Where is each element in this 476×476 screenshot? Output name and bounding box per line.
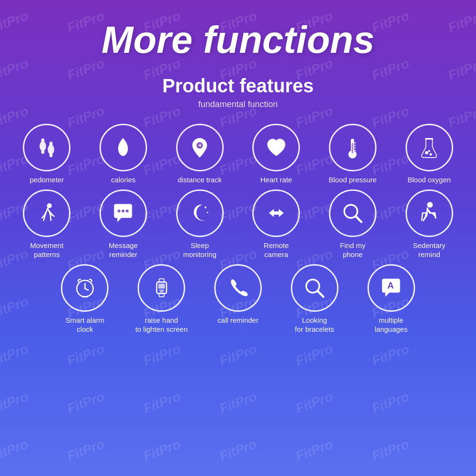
svg-point-18 [47, 203, 51, 208]
languages-icon: A [378, 275, 404, 301]
movement-patterns-item: Movementpatterns [10, 189, 84, 259]
svg-line-42 [85, 288, 88, 290]
smart-alarm-item: Smart alarmclock [48, 264, 122, 334]
movement-icon [34, 200, 60, 226]
remote-camera-label: Remotecamera [264, 241, 289, 259]
pedometer-label: pedometer [30, 175, 64, 185]
search-icon [301, 275, 327, 301]
alarm-icon-circle [61, 264, 109, 312]
call-reminder-label: call reminder [218, 316, 258, 325]
svg-point-3 [48, 144, 54, 154]
remote-camera-icon [263, 200, 289, 226]
sedentary-icon [416, 200, 442, 226]
multiple-languages-label: multiplelanguages [375, 316, 407, 334]
svg-rect-47 [158, 284, 165, 288]
blood-pressure-icon-circle [329, 124, 377, 171]
smart-alarm-label: Smart alarmclock [66, 316, 105, 334]
sleep-icon-circle: ✦ ✦ [176, 189, 224, 237]
call-icon [225, 275, 251, 301]
icons-row-3: Smart alarmclock raise handto lig [43, 264, 433, 334]
calories-icon [110, 135, 136, 161]
heart-rate-item: Heart rate [239, 124, 314, 185]
find-phone-icon-circle [329, 189, 377, 237]
raise-hand-icon-circle [138, 264, 185, 312]
blood-pressure-label: Blood pressure [329, 175, 377, 185]
sleep-icon: ✦ ✦ [187, 200, 213, 226]
pedometer-icon-circle [23, 124, 70, 171]
svg-point-25 [118, 209, 120, 212]
svg-point-26 [122, 209, 125, 212]
svg-text:✦: ✦ [204, 205, 208, 210]
blood-pressure-item: Blood pressure [316, 124, 390, 185]
subtitle: fundamental function [198, 99, 278, 109]
pedometer-item: pedometer [10, 124, 84, 185]
calories-label: calories [111, 175, 136, 185]
svg-point-4 [49, 141, 52, 146]
svg-point-15 [425, 151, 428, 154]
sedentary-remind-item: Sedentaryremind [392, 189, 466, 259]
heart-rate-label: Heart rate [260, 175, 292, 185]
call-reminder-item: call reminder [201, 264, 276, 334]
main-container: FitPro FitPro FitPro FitPro FitPro FitPr… [0, 0, 476, 476]
svg-line-19 [45, 208, 48, 215]
distance-track-label: distance track [178, 175, 222, 185]
blood-oxygen-icon-circle [406, 124, 453, 171]
blood-oxygen-label: Blood oxygen [407, 175, 451, 185]
find-phone-label: Find myphone [340, 241, 365, 259]
svg-point-5 [49, 153, 52, 157]
languages-icon-circle: A [367, 264, 415, 312]
movement-label: Movementpatterns [30, 241, 63, 259]
icons-row-1: pedometer calories [5, 124, 471, 185]
sedentary-icon-circle [406, 189, 453, 237]
pedometer-icon [34, 135, 60, 161]
svg-point-32 [427, 202, 433, 208]
svg-point-0 [40, 141, 46, 151]
svg-line-37 [435, 213, 436, 218]
remote-camera-icon-circle [252, 189, 300, 237]
multiple-languages-item: A multiplelanguages [354, 264, 428, 334]
search-icon-circle [291, 264, 338, 312]
message-icon-circle [99, 189, 147, 237]
raise-hand-icon [149, 275, 175, 301]
message-label: Messagereminder [109, 241, 138, 259]
calories-icon-circle [99, 124, 147, 171]
distance-track-icon-circle [176, 124, 224, 171]
svg-text:A: A [387, 280, 394, 290]
message-icon [110, 200, 136, 226]
icons-row-2: Movementpatterns Messagereminder [5, 189, 471, 259]
looking-bracelets-item: Lookingfor bracelets [277, 264, 352, 334]
product-features-title: Product features [162, 75, 314, 97]
movement-icon-circle [23, 189, 70, 237]
sleep-monitoring-item: ✦ ✦ Sleepmonitoring [162, 189, 237, 259]
distance-track-icon [187, 135, 213, 161]
message-reminder-item: Messagereminder [86, 189, 161, 259]
blood-oxygen-icon [416, 135, 442, 161]
svg-rect-9 [352, 143, 353, 153]
svg-line-39 [422, 213, 423, 220]
distance-track-item: distance track [162, 124, 237, 185]
alarm-icon [72, 275, 98, 301]
svg-rect-14 [425, 138, 433, 139]
hero-title: More functions [101, 19, 374, 61]
svg-point-27 [126, 209, 129, 212]
svg-point-16 [430, 153, 432, 155]
svg-line-24 [50, 214, 51, 220]
raise-hand-item: raise handto lighten screen [124, 264, 199, 334]
remote-camera-item: Remotecamera [239, 189, 314, 259]
sedentary-label: Sedentaryremind [413, 241, 445, 259]
svg-line-31 [356, 216, 362, 222]
blood-pressure-icon [339, 135, 366, 161]
blood-oxygen-item: Blood oxygen [392, 124, 466, 185]
call-icon-circle [214, 264, 262, 312]
sleep-label: Sleepmonitoring [183, 241, 217, 259]
svg-text:✦: ✦ [206, 211, 209, 214]
find-my-phone-item: Find myphone [316, 189, 390, 259]
looking-bracelets-label: Lookingfor bracelets [295, 316, 335, 334]
svg-point-1 [41, 138, 44, 142]
svg-point-17 [428, 150, 430, 152]
heart-rate-icon [263, 135, 289, 161]
svg-point-2 [41, 149, 44, 154]
heart-rate-icon-circle [252, 124, 300, 171]
raise-hand-label: raise handto lighten screen [135, 316, 188, 334]
calories-item: calories [86, 124, 161, 185]
